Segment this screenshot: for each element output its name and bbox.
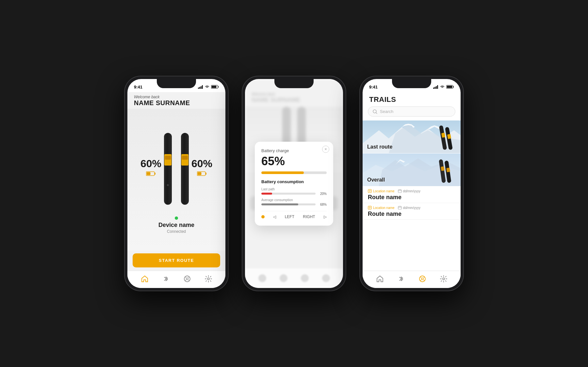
svg-point-22 <box>207 278 209 280</box>
phone3-screen: TRAILS Search <box>363 92 461 288</box>
svg-rect-26 <box>437 85 438 89</box>
nav-home-1[interactable] <box>140 274 149 283</box>
last-path-row: Last path 20% <box>261 187 327 196</box>
svg-rect-28 <box>453 86 454 88</box>
nav-routes-3[interactable] <box>418 274 427 283</box>
avg-pct: 68% <box>318 203 327 206</box>
phone1-screen: Welcome back NAME SURNAME 60% <box>127 92 225 288</box>
svg-rect-53 <box>398 206 401 209</box>
avg-consumption-row: Average consumption 68% <box>261 198 327 206</box>
battery-charge-label: Battery charge <box>261 148 327 153</box>
svg-rect-8 <box>155 173 155 175</box>
svg-rect-16 <box>182 156 188 160</box>
trail-item-1[interactable]: Location name dd/mm/yyyy <box>363 186 461 203</box>
trail-card-last-route[interactable]: Last route <box>363 120 461 153</box>
nav-home-3[interactable] <box>375 274 384 283</box>
location-icon-1 <box>368 189 372 193</box>
last-path-pct: 20% <box>318 192 327 196</box>
welcome-text: Welcome back <box>134 95 219 99</box>
status-icons-1 <box>198 85 219 89</box>
avg-bar-row: 68% <box>261 203 327 206</box>
svg-rect-50 <box>398 190 401 193</box>
svg-rect-5 <box>218 86 219 88</box>
svg-rect-29 <box>447 86 452 88</box>
battery-status-icon <box>211 85 219 89</box>
ski-visual: ✦ <box>162 130 190 208</box>
svg-rect-2 <box>201 86 202 89</box>
phone-3: 9:41 <box>359 76 464 291</box>
trail-item-2[interactable]: Location name dd/mm/yyyy <box>363 203 461 220</box>
notch-3 <box>392 79 431 88</box>
device-status: Device name Connected <box>158 215 194 236</box>
right-label: RIGHT <box>303 215 315 219</box>
overall-label: Overall <box>367 177 385 183</box>
bottom-nav-3 <box>363 271 461 288</box>
svg-point-52 <box>369 207 370 208</box>
phone-1: 9:41 <box>124 76 229 291</box>
left-ski: ✦ <box>162 130 173 208</box>
connected-label: Connected <box>158 229 194 234</box>
battery-icon-3 <box>446 85 454 89</box>
trail-item-2-meta: Location name dd/mm/yyyy <box>368 206 455 210</box>
battery-right-pct: 60% <box>191 158 212 170</box>
avg-bar-bg <box>261 203 316 205</box>
trail-item-2-name: Route name <box>368 211 455 217</box>
last-path-bar-row: 20% <box>261 192 327 196</box>
trail-item-1-name: Route name <box>368 194 455 201</box>
battery-progress-fill <box>261 171 304 174</box>
svg-point-49 <box>369 190 370 191</box>
svg-rect-12 <box>165 156 171 160</box>
trail-item-1-location: Location name <box>368 189 395 193</box>
nav-bluetooth-3[interactable] <box>397 274 406 283</box>
svg-rect-0 <box>198 88 199 89</box>
phone1-header: Welcome back NAME SURNAME <box>127 92 225 109</box>
search-bar[interactable]: Search <box>368 106 455 117</box>
trail-item-2-location: Location name <box>368 206 395 210</box>
phones-container: 9:41 <box>0 63 588 304</box>
nav-settings-3[interactable] <box>439 274 448 283</box>
notch-2 <box>274 79 314 88</box>
svg-rect-14 <box>181 133 189 205</box>
right-chevron[interactable]: ▷ <box>324 215 327 219</box>
consumption-title: Battery consumption <box>261 179 327 184</box>
last-path-label: Last path <box>261 187 327 191</box>
battery-left: 60% <box>140 158 161 176</box>
svg-rect-46 <box>441 166 445 171</box>
ski-dot <box>261 215 265 218</box>
status-icons-3 <box>433 85 454 89</box>
battery-left-icon <box>140 171 161 176</box>
svg-rect-23 <box>433 88 434 89</box>
nav-routes-1[interactable] <box>183 274 192 283</box>
battery-left-pct: 60% <box>140 158 161 170</box>
battery-right: 60% <box>191 158 212 176</box>
left-label: LEFT <box>285 215 294 219</box>
trail-card-overall[interactable]: Overall <box>363 153 461 186</box>
svg-rect-6 <box>212 86 217 88</box>
svg-rect-10 <box>164 133 172 205</box>
trail-item-1-date: dd/mm/yyyy <box>398 189 420 193</box>
nav-settings-1[interactable] <box>204 274 213 283</box>
nav-bluetooth-1[interactable] <box>161 274 171 283</box>
svg-rect-25 <box>436 86 437 89</box>
device-name: Device name <box>158 222 194 229</box>
ski-image-area: 60% <box>131 123 222 215</box>
last-path-fill <box>261 193 272 195</box>
avg-label: Average consumption <box>261 198 327 202</box>
ski-section: 60% <box>127 109 225 251</box>
svg-rect-9 <box>147 172 151 175</box>
wifi-icon <box>204 85 210 89</box>
svg-rect-47 <box>446 168 450 172</box>
bottom-nav-1 <box>127 271 225 288</box>
left-chevron[interactable]: ◁ <box>273 215 276 219</box>
modal-close-button[interactable]: × <box>322 146 329 153</box>
start-route-button[interactable]: START ROUTE <box>133 253 220 267</box>
notch-1 <box>157 79 196 88</box>
trails-title: TRAILS <box>363 92 461 106</box>
last-route-label: Last route <box>367 144 392 150</box>
svg-text:✦: ✦ <box>166 183 170 188</box>
location-icon-2 <box>368 206 372 210</box>
trail-item-1-meta: Location name dd/mm/yyyy <box>368 189 455 193</box>
status-time-3: 9:41 <box>369 85 378 89</box>
avg-fill <box>261 203 298 205</box>
battery-charge-pct: 65% <box>261 154 327 168</box>
